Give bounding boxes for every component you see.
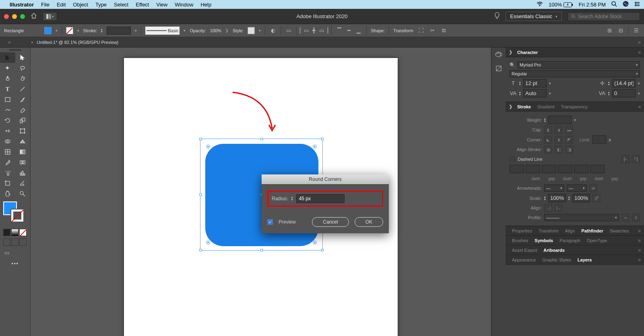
stroke-indicator[interactable]	[10, 209, 24, 222]
slice-tool[interactable]	[15, 178, 31, 189]
artboard-tool[interactable]	[0, 178, 15, 189]
panel-menu-icon[interactable]: ☰	[633, 27, 640, 34]
align-stroke-outside-icon[interactable]: ◨	[565, 145, 573, 153]
arrowhead-swap-icon[interactable]: ⇄	[589, 184, 597, 192]
menu-file[interactable]: File	[41, 2, 50, 8]
tab-asset-export[interactable]: Asset Export	[509, 248, 540, 253]
gap-input-3[interactable]	[590, 165, 605, 173]
blend-tool[interactable]	[15, 157, 31, 168]
zoom-tool[interactable]	[15, 189, 31, 199]
tab-layers[interactable]: Layers	[574, 257, 595, 262]
align-stroke-inside-icon[interactable]: ◧	[555, 145, 563, 153]
align-stroke-center-icon[interactable]: ▣	[544, 145, 552, 153]
cancel-button[interactable]: Cancel	[312, 217, 349, 227]
grid-icon[interactable]: ⊞	[606, 27, 613, 34]
presentation-icon[interactable]: ▭	[285, 27, 292, 34]
radius-input[interactable]	[296, 194, 345, 203]
corner-bevel-icon[interactable]: ◤	[565, 136, 573, 144]
symbol-sprayer-tool[interactable]	[0, 168, 15, 178]
snap-icon[interactable]: ⊟	[617, 27, 624, 34]
canvas-area[interactable]: Round Corners Radius: ▴▾ ✓ Preview Cance…	[31, 48, 491, 336]
handle-bot-left[interactable]	[199, 249, 202, 251]
shape-builder-tool[interactable]	[0, 136, 15, 147]
width-tool[interactable]	[0, 126, 15, 136]
profile-flip-h-icon[interactable]: ⇔	[621, 214, 630, 222]
isolate-icon[interactable]: ⛶	[417, 27, 425, 34]
tab-paragraph[interactable]: Paragraph	[556, 238, 583, 243]
color-mode-none[interactable]	[19, 229, 27, 236]
siri-icon[interactable]	[623, 1, 629, 8]
shape-button[interactable]: Shape:	[371, 28, 385, 33]
clock[interactable]: Fri 2:58 PM	[579, 2, 606, 8]
lightbulb-icon[interactable]	[494, 12, 500, 21]
corner-miter-icon[interactable]: ◣	[544, 136, 552, 144]
screen-mode-icon[interactable]: ▭	[3, 249, 10, 256]
spotlight-icon[interactable]	[611, 1, 617, 8]
profile-select[interactable]: ———▾	[544, 214, 619, 221]
leading-spinner[interactable]: ▴▾	[608, 81, 610, 86]
cap-projecting-icon[interactable]: ▬	[565, 126, 573, 134]
tabgroup-4-menu-icon[interactable]: ≡	[638, 257, 641, 262]
crop-icon[interactable]: ✂	[429, 27, 436, 34]
expand-right-icon[interactable]: »	[638, 39, 641, 45]
close-window[interactable]	[4, 14, 9, 19]
arrow-align-1-icon[interactable]: →|	[544, 204, 552, 212]
arrow-scale-spinner-1[interactable]: ▴▾	[544, 196, 546, 201]
limit-input[interactable]	[592, 135, 606, 144]
dash-input-2[interactable]	[542, 165, 556, 173]
weight-input[interactable]	[548, 116, 572, 124]
dash-align-1-icon[interactable]: ┃╸	[621, 155, 630, 163]
tab-transform[interactable]: Transform	[535, 228, 562, 233]
stroke-panel-caret[interactable]: ❯	[509, 104, 512, 109]
character-tab[interactable]: Character	[514, 50, 541, 55]
dash-align-2-icon[interactable]: ╹┃	[632, 155, 640, 163]
tab-align[interactable]: Align	[562, 228, 578, 233]
app-menu[interactable]: Illustrator	[10, 2, 34, 8]
dashed-line-checkbox[interactable]	[510, 156, 515, 162]
tab-swatches[interactable]: Swatches	[607, 228, 632, 233]
handle-top-mid[interactable]	[260, 138, 263, 140]
graphic-style-swatch[interactable]	[248, 27, 255, 34]
dialog-title[interactable]: Round Corners	[262, 174, 389, 184]
gradient-tab[interactable]: Gradient	[534, 104, 557, 109]
menu-object[interactable]: Object	[73, 2, 88, 8]
edit-toolbar-icon[interactable]: •••	[0, 258, 30, 270]
transparency-tab[interactable]: Transparency	[557, 104, 591, 109]
stroke-tab[interactable]: Stroke	[514, 104, 534, 109]
fill-stroke-indicator[interactable]	[3, 201, 27, 226]
hand-tool[interactable]	[0, 189, 15, 199]
arrowhead-end-select[interactable]: —▾	[567, 185, 587, 192]
tracking-input[interactable]	[612, 89, 636, 97]
perspective-grid-tool[interactable]	[15, 136, 31, 147]
paintbrush-tool[interactable]	[15, 94, 31, 105]
draw-normal[interactable]	[3, 239, 10, 246]
minimize-window[interactable]	[12, 14, 17, 19]
align-right-icon[interactable]: ▭▕	[320, 27, 327, 34]
direct-selection-tool[interactable]	[15, 52, 31, 63]
maximize-window[interactable]	[20, 14, 25, 19]
gap-input-2[interactable]	[558, 165, 572, 173]
menu-effect[interactable]: Effect	[136, 2, 149, 8]
opacity-value[interactable]: 100%	[210, 28, 221, 33]
font-size-input[interactable]	[523, 79, 547, 87]
pen-tool[interactable]	[0, 73, 15, 84]
cap-round-icon[interactable]: ◖	[555, 126, 563, 134]
radius-spinner[interactable]: ▴▾	[291, 196, 293, 201]
selection-tool[interactable]	[0, 52, 15, 63]
stroke-weight-input[interactable]	[107, 27, 131, 35]
tab-properties[interactable]: Properties	[509, 228, 535, 233]
arrange-icon[interactable]: ⧉	[440, 27, 447, 34]
character-panel-caret[interactable]: ❯	[509, 50, 512, 55]
gradient-tool[interactable]	[15, 147, 31, 157]
menu-view[interactable]: View	[156, 2, 167, 8]
stroke-weight-spinner[interactable]: ▴▾	[101, 28, 103, 33]
align-middle-icon[interactable]: ━	[345, 27, 353, 34]
handle-mid-left[interactable]	[199, 193, 202, 196]
fill-swatch[interactable]	[44, 27, 52, 34]
recolor-icon[interactable]: ◐	[269, 27, 277, 34]
magic-wand-tool[interactable]: ✦	[0, 63, 15, 73]
preview-checkbox[interactable]: ✓	[267, 219, 273, 225]
tools-grip[interactable]	[9, 49, 21, 51]
home-icon[interactable]	[31, 13, 37, 20]
rotate-tool[interactable]	[0, 115, 15, 126]
